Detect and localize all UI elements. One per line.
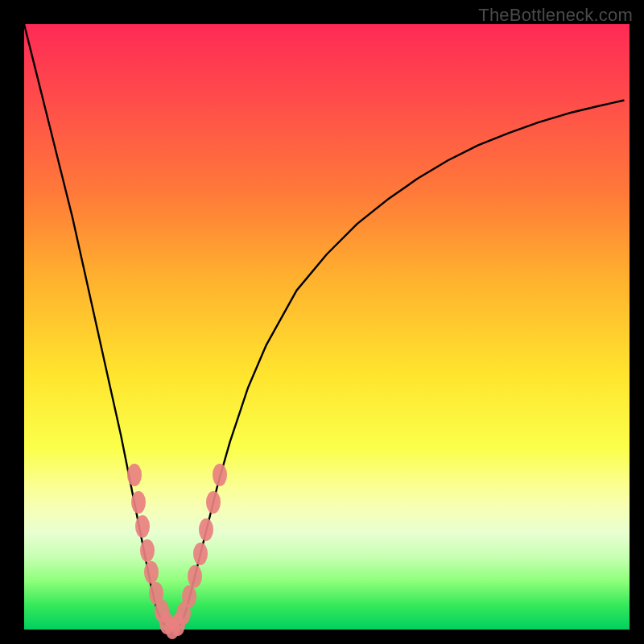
plot-area <box>24 24 630 630</box>
data-marker <box>135 515 150 538</box>
marker-layer <box>24 24 630 630</box>
data-marker <box>199 518 213 541</box>
data-marker <box>155 600 169 622</box>
watermark-text: TheBottleneck.com <box>478 5 633 26</box>
data-marker <box>206 491 221 514</box>
data-marker <box>140 539 155 562</box>
chart-frame: TheBottleneck.com <box>0 0 644 644</box>
data-marker <box>165 617 180 639</box>
data-marker <box>213 464 227 486</box>
bottleneck-curve <box>24 24 623 630</box>
data-marker <box>131 491 146 514</box>
curve-svg <box>24 24 630 630</box>
data-marker <box>182 585 196 608</box>
data-marker <box>149 582 163 605</box>
data-marker <box>193 543 208 565</box>
data-marker <box>127 464 142 486</box>
data-marker <box>159 612 174 634</box>
data-marker <box>176 602 191 625</box>
data-marker <box>188 565 202 588</box>
data-marker <box>144 561 159 584</box>
data-marker <box>171 613 185 636</box>
